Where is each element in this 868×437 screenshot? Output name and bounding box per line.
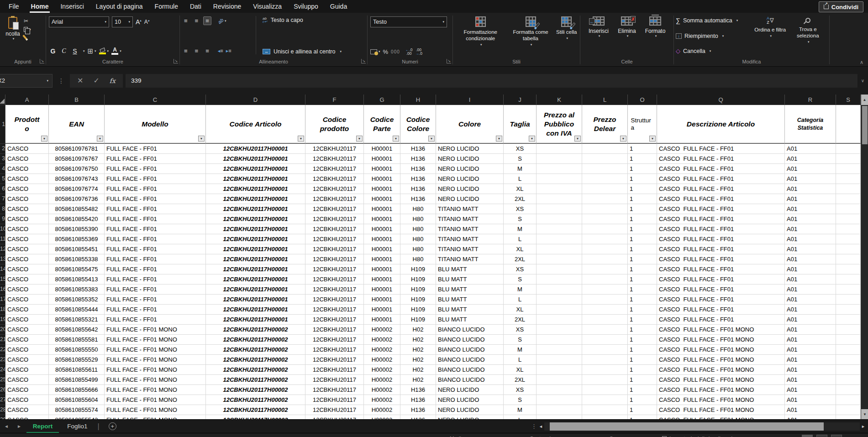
row-number[interactable]: 1 — [0, 105, 5, 144]
cell-G29[interactable]: H00002 — [364, 415, 400, 419]
cell-J8[interactable]: XS — [504, 204, 537, 214]
cell-C13[interactable]: FULL FACE - FF01 — [105, 254, 206, 264]
drag-handle-icon[interactable]: ⋮ — [531, 423, 537, 430]
cell-Q10[interactable]: CASCO FULL FACE - FF01 — [657, 224, 785, 234]
expand-formula-bar-button[interactable]: ∨ — [861, 78, 864, 83]
share-button[interactable]: Condividi — [819, 1, 863, 12]
cell-G13[interactable]: H00001 — [364, 254, 400, 264]
cell-A14[interactable]: CASCO — [5, 264, 49, 274]
cell-D6[interactable]: 12CBKHU20117H00001 — [206, 184, 305, 194]
cut-button[interactable]: ✂ — [24, 18, 31, 24]
cell-L15[interactable] — [582, 274, 628, 284]
comma-style-button[interactable]: 000 — [391, 49, 400, 54]
cell-I2[interactable]: NERO LUCIDO — [436, 144, 504, 154]
cell-F25[interactable]: 12CBKHU20117 — [305, 375, 364, 385]
row-number[interactable]: 2 — [0, 144, 5, 154]
cell-R8[interactable]: A01 — [785, 204, 836, 214]
cell-O14[interactable]: 1 — [628, 264, 657, 274]
formula-bar-input[interactable]: 339 — [126, 74, 857, 88]
cell-R20[interactable]: A01 — [785, 325, 836, 335]
cell-J24[interactable]: XL — [504, 365, 537, 375]
align-center-button[interactable]: ≡ — [193, 47, 201, 55]
cell-D28[interactable]: 12CBKHU20117H00002 — [206, 405, 305, 415]
cell-I25[interactable]: BIANCO LUCIDO — [436, 375, 504, 385]
cell-R12[interactable]: A01 — [785, 244, 836, 254]
cell-K16[interactable] — [537, 284, 582, 295]
cell-R10[interactable]: A01 — [785, 224, 836, 234]
row-number[interactable]: 26 — [0, 385, 5, 395]
cell-B24[interactable]: 8058610855611 — [49, 365, 105, 375]
cell-D24[interactable]: 12CBKHU20117H00002 — [206, 365, 305, 375]
cell-L18[interactable] — [582, 305, 628, 315]
cell-A11[interactable]: CASCO — [5, 234, 49, 244]
cell-R16[interactable]: A01 — [785, 284, 836, 295]
cell-H2[interactable]: H136 — [400, 144, 436, 154]
cell-Q25[interactable]: CASCO FULL FACE - FF01 MONO — [657, 375, 785, 385]
cell-Q18[interactable]: CASCO FULL FACE - FF01 — [657, 305, 785, 315]
cell-B23[interactable]: 8058610855529 — [49, 355, 105, 365]
scroll-left-arrow-icon[interactable]: ◄ — [539, 424, 544, 429]
cell-S28[interactable] — [836, 405, 861, 415]
page-layout-view-button[interactable] — [816, 435, 827, 437]
cell-L29[interactable] — [582, 415, 628, 419]
cell-O8[interactable]: 1 — [628, 204, 657, 214]
row-number[interactable]: 15 — [0, 274, 5, 284]
column-header-K[interactable]: K — [537, 95, 582, 105]
cell-K10[interactable] — [537, 224, 582, 234]
cell-O28[interactable]: 1 — [628, 405, 657, 415]
cell-H18[interactable]: H109 — [400, 305, 436, 315]
ribbon-tab-guida[interactable]: Guida — [324, 0, 353, 13]
cell-R27[interactable]: A01 — [785, 395, 836, 405]
cell-D19[interactable]: 12CBKHU20117H00001 — [206, 315, 305, 325]
underline-button[interactable]: S — [71, 47, 79, 55]
cell-I19[interactable]: BLU MATT — [436, 315, 504, 325]
cell-J23[interactable]: L — [504, 355, 537, 365]
cell-D5[interactable]: 12CBKHU20117H00001 — [206, 174, 305, 184]
filter-dropdown-button[interactable]: ▼ — [41, 136, 47, 142]
cell-L12[interactable] — [582, 244, 628, 254]
cell-I13[interactable]: TITANIO MATT — [436, 254, 504, 264]
cell-L2[interactable] — [582, 144, 628, 154]
cell-D9[interactable]: 12CBKHU20117H00001 — [206, 214, 305, 224]
cell-G26[interactable]: H00002 — [364, 385, 400, 395]
cell-H8[interactable]: H80 — [400, 204, 436, 214]
cell-C24[interactable]: FULL FACE - FF01 MONO — [105, 365, 206, 375]
italic-button[interactable]: C — [60, 47, 68, 55]
cell-K13[interactable] — [537, 254, 582, 264]
increase-indent-button[interactable]: ▸≡ — [226, 48, 231, 54]
cell-H11[interactable]: H80 — [400, 234, 436, 244]
cell-D21[interactable]: 12CBKHU20117H00002 — [206, 335, 305, 345]
cell-Q12[interactable]: CASCO FULL FACE - FF01 — [657, 244, 785, 254]
cell-J15[interactable]: S — [504, 274, 537, 284]
header-cell-S1[interactable] — [836, 105, 861, 144]
cell-G15[interactable]: H00001 — [364, 274, 400, 284]
cell-C28[interactable]: FULL FACE - FF01 MONO — [105, 405, 206, 415]
filter-dropdown-button[interactable]: ▼ — [298, 136, 304, 142]
cell-J10[interactable]: M — [504, 224, 537, 234]
cell-F29[interactable]: 12CBKHU20117 — [305, 415, 364, 419]
ribbon-tab-file[interactable]: File — [3, 0, 25, 13]
cell-G9[interactable]: H00001 — [364, 214, 400, 224]
cell-B14[interactable]: 8058610855475 — [49, 264, 105, 274]
delete-cells-button[interactable]: ✗ Elimina ▾ — [613, 15, 641, 58]
filter-dropdown-button[interactable]: ▼ — [97, 136, 103, 142]
cell-I3[interactable]: NERO LUCIDO — [436, 154, 504, 164]
cell-K21[interactable] — [537, 335, 582, 345]
cell-C20[interactable]: FULL FACE - FF01 MONO — [105, 325, 206, 335]
cell-J29[interactable]: L — [504, 415, 537, 419]
cell-S25[interactable] — [836, 375, 861, 385]
cell-Q29[interactable]: CASCO FULL FACE - FF01 MONO — [657, 415, 785, 419]
cell-R5[interactable]: A01 — [785, 174, 836, 184]
cell-D17[interactable]: 12CBKHU20117H00001 — [206, 295, 305, 305]
decrease-font-size-button[interactable]: A▾ — [144, 19, 150, 25]
cell-A2[interactable]: CASCO — [5, 144, 49, 154]
cell-G27[interactable]: H00002 — [364, 395, 400, 405]
decrease-decimal-button[interactable]: .00→.0 — [415, 48, 422, 55]
cell-L3[interactable] — [582, 154, 628, 164]
cell-S7[interactable] — [836, 194, 861, 204]
cell-Q28[interactable]: CASCO FULL FACE - FF01 MONO — [657, 405, 785, 415]
cell-F14[interactable]: 12CBKHU20117 — [305, 264, 364, 274]
cell-O25[interactable]: 1 — [628, 375, 657, 385]
cell-I7[interactable]: NERO LUCIDO — [436, 194, 504, 204]
row-number[interactable]: 29 — [0, 415, 5, 419]
